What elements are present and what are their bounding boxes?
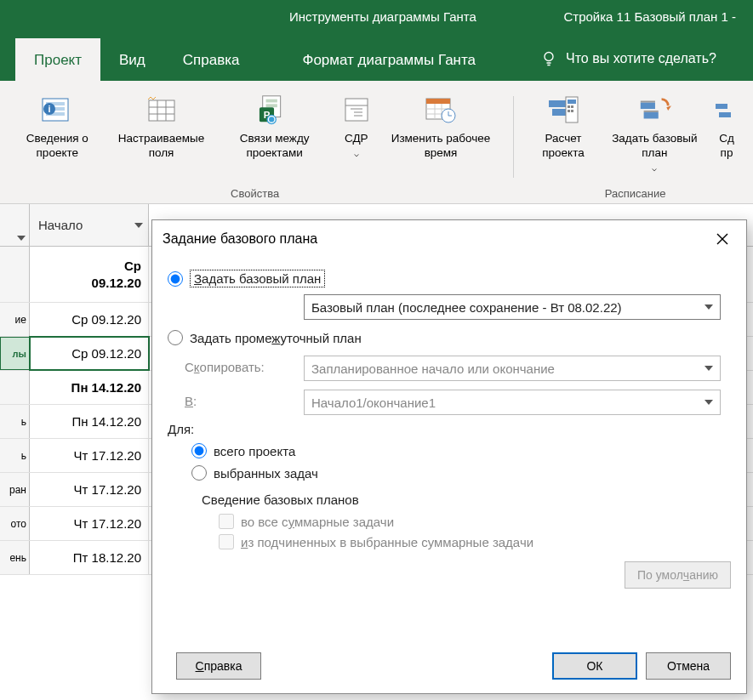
chk-all-summary	[219, 514, 234, 529]
tab-help[interactable]: Справка	[164, 38, 259, 81]
custom-fields-icon	[145, 93, 179, 127]
svg-rect-32	[549, 100, 566, 107]
project-info-button[interactable]: i Сведения о проекте	[7, 89, 108, 185]
chk-all-summary-label: во все суммарные задачи	[241, 515, 394, 529]
radio-set-baseline-label: Задать базовый план	[190, 270, 325, 287]
set-baseline-button[interactable]: Задать базовый план⌵	[602, 89, 707, 185]
chevron-down-icon	[705, 400, 713, 405]
svg-rect-18	[345, 99, 368, 121]
links-between-projects-button[interactable]: P Связи между проектами	[214, 89, 334, 185]
copy-dropdown: Запланированное начало или окончание	[304, 356, 721, 381]
svg-rect-36	[568, 105, 570, 108]
dialog-title: Задание базового плана	[163, 231, 317, 247]
into-label: В:	[185, 394, 304, 408]
cell-start-date[interactable]: Ср 09.12.20	[30, 337, 149, 370]
custom-fields-button[interactable]: Настраиваемые поля	[108, 89, 215, 185]
cell-start-date[interactable]: Ср 09.12.20	[30, 303, 149, 336]
svg-rect-37	[571, 105, 573, 108]
info-icon: i	[40, 93, 74, 127]
cell-start-date[interactable]: Чт 17.12.20	[30, 507, 149, 540]
radio-entire-project[interactable]	[191, 443, 207, 458]
cell-start-date[interactable]: Пт 18.12.20	[30, 541, 149, 574]
calendar-clock-icon	[424, 93, 458, 127]
row-header[interactable]: ь	[0, 439, 30, 472]
change-working-time-button[interactable]: Изменить рабочее время	[379, 89, 504, 185]
radio-set-baseline[interactable]	[168, 271, 183, 287]
column-start[interactable]: Начало	[30, 204, 149, 246]
svg-rect-38	[568, 110, 570, 112]
tab-project[interactable]: Проект	[15, 38, 100, 81]
svg-text:i: i	[48, 104, 51, 114]
cell-start-date[interactable]: Чт 17.12.20	[30, 439, 149, 472]
project-link-icon: P	[258, 93, 292, 127]
default-button: По умолчанию	[625, 561, 731, 589]
radio-selected-tasks[interactable]	[191, 465, 207, 481]
calculator-icon	[546, 93, 580, 127]
ribbon: i Сведения о проекте Настраиваемые поля …	[0, 81, 753, 204]
radio-entire-project-label: всего проекта	[214, 444, 295, 458]
ok-button[interactable]: ОК	[552, 652, 637, 680]
chevron-down-icon	[705, 366, 713, 371]
wbs-button[interactable]: СДР⌵	[334, 89, 379, 185]
close-icon	[716, 232, 729, 246]
baseline-dropdown[interactable]: Базовый план (последнее сохранение - Вт …	[304, 294, 721, 320]
ribbon-group-properties: Свойства	[7, 185, 503, 203]
radio-set-interim[interactable]	[168, 330, 183, 345]
row-header[interactable]: ь	[0, 405, 30, 438]
svg-rect-7	[149, 100, 174, 121]
svg-rect-24	[426, 99, 450, 104]
calculate-project-button[interactable]: Расчет проекта	[524, 89, 602, 185]
row-header[interactable]: ие	[0, 303, 30, 336]
move-project-button[interactable]: Сд пр	[707, 89, 746, 185]
svg-rect-41	[644, 112, 659, 119]
file-title: Стройка 11 Базовый план 1 -	[546, 0, 753, 34]
cell-start-date[interactable]: Чт 17.12.20	[30, 473, 149, 506]
row-header[interactable]: ото	[0, 507, 30, 540]
row-header[interactable]: лы	[0, 337, 30, 370]
summary-baselines-label: Сведение базовых планов	[202, 492, 731, 507]
cell-start-date[interactable]: Ср09.12.20	[30, 247, 149, 302]
title-bar: Инструменты диаграммы Ганта Стройка 11 Б…	[0, 0, 753, 34]
ribbon-group-schedule: Расписание	[524, 185, 746, 203]
svg-marker-44	[667, 105, 672, 111]
svg-point-0	[545, 53, 553, 61]
baseline-icon	[637, 93, 671, 127]
for-label: Для:	[168, 422, 731, 436]
svg-rect-39	[571, 110, 573, 112]
lightbulb-icon	[540, 50, 557, 67]
chevron-down-icon	[705, 304, 713, 310]
dialog-close-button[interactable]	[709, 225, 736, 253]
ribbon-tabs: Проект Вид Справка Формат диаграммы Гант…	[0, 34, 753, 81]
tab-format[interactable]: Формат диаграммы Ганта	[283, 38, 494, 81]
svg-rect-42	[641, 101, 655, 103]
svg-rect-46	[719, 112, 731, 117]
copy-label: Скопировать:	[185, 360, 304, 374]
select-all-corner[interactable]	[0, 204, 30, 246]
tell-me[interactable]: Что вы хотите сделать?	[528, 37, 728, 81]
svg-rect-45	[716, 104, 727, 109]
wbs-icon	[339, 93, 374, 127]
row-header[interactable]: ень	[0, 541, 30, 574]
row-header[interactable]	[0, 247, 30, 302]
radio-selected-tasks-label: выбранных задач	[214, 466, 318, 481]
cell-start-date[interactable]: Пн 14.12.20	[30, 371, 149, 404]
chk-from-subordinate	[219, 534, 234, 549]
cancel-button[interactable]: Отмена	[646, 652, 731, 680]
chk-from-subordinate-label: из подчиненных в выбранные суммарные зад…	[241, 535, 533, 549]
svg-rect-40	[641, 102, 655, 109]
help-button[interactable]: Справка	[176, 652, 261, 680]
into-dropdown: Начало1/окончание1	[304, 390, 721, 415]
svg-rect-13	[265, 100, 277, 103]
svg-rect-14	[265, 104, 277, 107]
cell-start-date[interactable]: Пн 14.12.20	[30, 405, 149, 438]
row-header[interactable]	[0, 371, 30, 404]
shift-icon	[710, 93, 744, 127]
set-baseline-dialog: Задание базового плана Задать базовый пл…	[151, 219, 747, 694]
svg-rect-43	[644, 111, 659, 112]
context-title: Инструменты диаграммы Ганта	[272, 0, 493, 34]
svg-rect-35	[568, 100, 576, 104]
radio-set-interim-label: Задать промежуточный план	[190, 331, 362, 345]
row-header[interactable]: ран	[0, 473, 30, 506]
tab-view[interactable]: Вид	[100, 38, 164, 81]
